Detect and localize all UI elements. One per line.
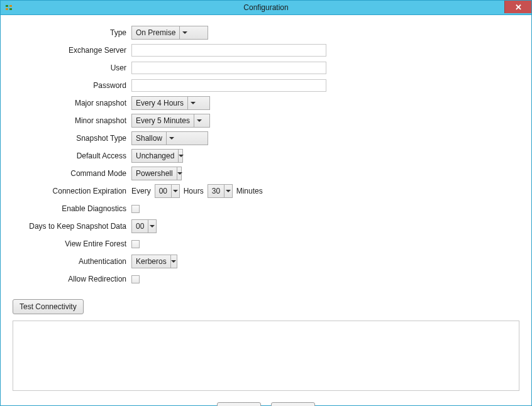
config-form: Type On Premise Exchange Server User Pas…: [9, 25, 519, 287]
days-keep-snapshot-value: 00: [132, 220, 148, 233]
snapshot-type-value: Shallow: [132, 132, 166, 145]
default-access-value: Unchanged: [132, 150, 178, 162]
window-title: Configuration: [1, 3, 531, 12]
chevron-down-icon: [178, 150, 184, 162]
type-dropdown[interactable]: On Premise: [131, 26, 208, 40]
svg-rect-1: [9, 5, 12, 7]
chevron-down-icon: [179, 26, 190, 39]
close-icon: ✕: [515, 3, 522, 12]
label-exchange-server: Exchange Server: [9, 46, 131, 55]
chevron-down-icon: [224, 185, 232, 197]
chevron-down-icon: [166, 132, 177, 145]
conn-exp-minutes-value: 30: [208, 185, 224, 197]
allow-redirection-checkbox[interactable]: [131, 275, 140, 283]
command-mode-dropdown[interactable]: Powershell: [131, 167, 182, 180]
minor-snapshot-value: Every 5 Minutes: [132, 114, 194, 127]
label-connection-expiration: Connection Expiration: [9, 187, 131, 195]
client-area: Type On Premise Exchange Server User Pas…: [1, 15, 531, 405]
enable-diagnostics-checkbox[interactable]: [131, 205, 140, 213]
svg-rect-3: [9, 8, 12, 10]
major-snapshot-value: Every 4 Hours: [132, 97, 187, 109]
label-authentication: Authentication: [9, 257, 131, 266]
command-mode-value: Powershell: [132, 167, 177, 180]
cancel-button[interactable]: Cancel: [271, 402, 315, 406]
svg-rect-0: [6, 5, 8, 7]
label-snapshot-type: Snapshot Type: [9, 134, 131, 143]
label-command-mode: Command Mode: [9, 169, 131, 178]
minor-snapshot-dropdown[interactable]: Every 5 Minutes: [131, 114, 210, 128]
chevron-down-icon: [171, 185, 179, 197]
conn-exp-hours-dropdown[interactable]: 00: [155, 184, 180, 198]
label-allow-redirection: Allow Redirection: [9, 275, 131, 283]
footer-buttons: Save Cancel: [13, 402, 519, 406]
exchange-server-input[interactable]: [131, 44, 326, 57]
conn-exp-every-label: Every: [131, 187, 151, 195]
app-icon: [4, 3, 13, 12]
test-connectivity-label: Test Connectivity: [19, 302, 77, 311]
close-button[interactable]: ✕: [504, 1, 531, 13]
type-dropdown-value: On Premise: [132, 26, 179, 39]
save-button[interactable]: Save: [217, 402, 261, 406]
major-snapshot-dropdown[interactable]: Every 4 Hours: [131, 96, 210, 110]
conn-exp-minutes-label: Minutes: [236, 187, 263, 195]
label-password: Password: [9, 81, 131, 90]
chevron-down-icon: [194, 114, 204, 127]
days-keep-snapshot-dropdown[interactable]: 00: [131, 219, 157, 233]
test-connectivity-button[interactable]: Test Connectivity: [13, 299, 84, 314]
snapshot-type-dropdown[interactable]: Shallow: [131, 131, 208, 145]
authentication-value: Kerberos: [132, 255, 170, 268]
conn-exp-hours-value: 00: [155, 185, 171, 197]
user-input[interactable]: [131, 62, 326, 74]
label-view-entire-forest: View Entire Forest: [9, 239, 131, 248]
chevron-down-icon: [177, 167, 182, 180]
default-access-dropdown[interactable]: Unchanged: [131, 149, 183, 163]
view-entire-forest-checkbox[interactable]: [131, 240, 140, 248]
chevron-down-icon: [170, 255, 177, 268]
conn-exp-hours-label: Hours: [184, 187, 204, 195]
output-textarea[interactable]: [13, 321, 519, 391]
label-enable-diagnostics: Enable Diagnostics: [9, 204, 131, 213]
label-minor-snapshot: Minor snapshot: [9, 116, 131, 125]
chevron-down-icon: [148, 220, 156, 233]
conn-exp-minutes-dropdown[interactable]: 30: [208, 184, 233, 198]
label-days-keep-snapshot: Days to Keep Snapshot Data: [9, 222, 131, 231]
label-user: User: [9, 63, 131, 72]
label-major-snapshot: Major snapshot: [9, 99, 131, 107]
titlebar: Configuration ✕: [1, 1, 531, 15]
authentication-dropdown[interactable]: Kerberos: [131, 255, 177, 268]
chevron-down-icon: [187, 97, 198, 109]
configuration-window: Configuration ✕ Type On Premise Exchange…: [0, 0, 532, 406]
label-default-access: Default Access: [9, 151, 131, 160]
label-type: Type: [9, 28, 131, 37]
password-input[interactable]: [131, 79, 326, 92]
svg-rect-2: [6, 8, 8, 10]
